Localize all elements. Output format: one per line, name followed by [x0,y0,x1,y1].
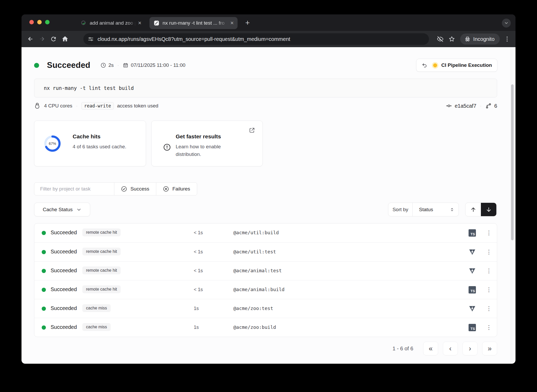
cache-status-label: Cache Status [43,207,73,213]
task-status-dot [42,269,46,273]
first-page-button[interactable]: « [423,342,438,355]
task-name: @acme/animal:test [233,268,282,273]
eye-off-button[interactable] [434,33,446,45]
site-controls-icon [88,36,94,42]
back-icon [27,36,34,42]
task-duration: < 1s [194,249,203,255]
task-name: @acme/util:test [233,249,276,254]
task-row[interactable]: Succeeded cache miss 1s @acme/zoo:test T… [34,299,497,318]
task-menu-button[interactable]: ⋮ [484,285,494,295]
new-tab-button[interactable]: + [243,18,253,28]
task-status-label: Succeeded [51,305,77,311]
task-menu-button[interactable]: ⋮ [484,228,494,238]
github-check-favicon [81,20,87,26]
branch-count-link[interactable]: 6 [494,103,497,109]
cache-card-subtitle: 4 of 6 tasks used cache. [73,143,126,150]
status-dot [34,63,39,68]
task-duration: < 1s [194,268,203,274]
command-box: nx run-many -t lint test build [34,79,497,97]
nx-cloud-favicon [154,20,159,26]
close-tab-icon[interactable]: × [228,20,236,26]
task-menu-button[interactable]: ⋮ [484,322,494,333]
zoom-window-button[interactable] [45,20,50,24]
eye-off-icon [437,36,444,42]
commit-hash-link[interactable]: e1a5caf7 [455,103,476,109]
sort-select-value: Status [419,207,450,213]
arrow-up-icon [470,206,476,213]
browser-menu-button[interactable] [501,33,513,45]
cache-status-badge: cache miss [82,323,111,331]
url-text: cloud.nx.app/runs/agsvEHsQc8?utm_source=… [98,36,290,42]
task-menu-button[interactable]: ⋮ [484,266,494,276]
browser-toolbar: cloud.nx.app/runs/agsvEHsQc8?utm_source=… [22,31,515,47]
arrow-down-icon [486,206,492,213]
run-environment-info: 4 CPU cores · read-write access token us… [34,102,158,110]
task-name: @acme/animal:build [233,287,284,292]
filter-group: Success Failures [34,182,197,195]
cpu-cores: 4 CPU cores [44,103,72,109]
filter-failures-button[interactable]: Failures [156,183,197,195]
pagination: 1 - 6 of 6 « ‹ › » [393,342,497,355]
filter-success-label: Success [130,186,149,192]
tab-nx-run[interactable]: nx run-many -t lint test ... fro × [149,17,238,29]
cache-status-badge: remote cache hit [82,285,121,293]
task-row[interactable]: Succeeded remote cache hit < 1s @acme/ut… [34,242,497,261]
task-status-label: Succeeded [51,286,77,292]
task-menu-button[interactable]: ⋮ [484,303,494,314]
access-token-type: read-write [81,102,114,110]
minimize-window-button[interactable] [37,20,42,24]
cache-status-dropdown[interactable]: Cache Status [34,203,90,216]
task-status-dot [42,307,46,311]
sort-by-label: Sort by [388,203,413,216]
last-page-button[interactable]: » [482,342,497,355]
filter-input[interactable] [34,183,114,195]
bookmark-star-button[interactable] [446,33,458,45]
sort-ascending-button[interactable] [465,203,481,216]
tab-title: nx run-many -t lint test ... fro [163,20,228,26]
task-row[interactable]: Succeeded remote cache hit < 1s @acme/ut… [34,224,497,242]
previous-page-button[interactable]: ‹ [443,342,458,355]
forward-icon [39,36,45,42]
next-page-button[interactable]: › [463,342,477,355]
git-branch-icon [485,103,492,109]
sort-direction-group [465,203,497,216]
distribution-card[interactable]: Get faster results Learn how to enable d… [151,121,263,166]
star-icon [448,36,455,42]
task-row[interactable]: Succeeded remote cache hit < 1s @acme/an… [34,261,497,280]
task-status-label: Succeeded [51,268,77,274]
tab-search-button[interactable] [502,19,511,28]
tab-title: add animal and zoo packages [90,20,136,26]
commit-icon [446,103,452,109]
tab-github-pr[interactable]: add animal and zoo packages × [77,17,145,29]
chevron-down-icon [76,207,82,212]
ci-pipeline-execution-button[interactable]: CI Pipeline Execution [416,59,497,72]
filter-success-button[interactable]: Success [114,183,156,195]
close-window-button[interactable] [29,20,34,24]
reload-button[interactable] [48,33,59,45]
page-title: Succeeded [47,61,90,70]
scrollbar-thumb[interactable] [511,84,514,240]
x-circle-icon [163,186,169,192]
task-row[interactable]: Succeeded remote cache hit < 1s @acme/an… [34,280,497,299]
sort-descending-button[interactable] [481,203,496,216]
dot-separator: · [76,103,78,109]
dot-separator: · [480,103,482,109]
distribution-card-subtitle: Learn how to enable distribution. [176,143,241,158]
sort-select[interactable]: Status [413,207,459,213]
forward-button[interactable] [36,33,48,45]
incognito-badge: Incognito [460,34,500,45]
task-status-dot [42,231,46,235]
task-duration: 1s [194,306,199,311]
vitest-icon [469,267,476,275]
back-button[interactable] [25,33,36,45]
task-menu-button[interactable]: ⋮ [484,247,494,257]
cache-status-badge: remote cache hit [82,266,121,274]
close-tab-icon[interactable]: × [136,20,144,26]
task-row[interactable]: Succeeded cache miss 1s @acme/zoo:build … [34,318,497,337]
home-button[interactable] [59,33,71,45]
access-token-text: access token used [117,103,158,109]
cache-hits-card: 67% Cache hits 4 of 6 tasks used cache. [34,121,146,166]
address-bar[interactable]: cloud.nx.app/runs/agsvEHsQc8?utm_source=… [83,33,429,45]
pipeline-status-dot [433,63,437,67]
home-icon [62,36,68,42]
